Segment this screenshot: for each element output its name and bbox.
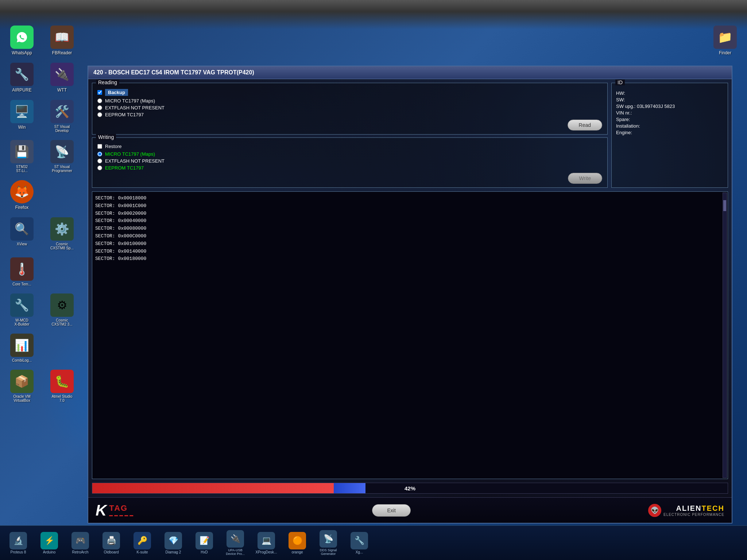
- taskbar-item-upausb[interactable]: 🔌 UPA-USBDevice Pro...: [221, 530, 250, 556]
- desktop-icon-cosmic[interactable]: ⚙️ CosmicCXSTM8 Sp...: [44, 217, 80, 250]
- reading-radio-1[interactable]: [97, 98, 102, 103]
- retroarch-label: RetroArch: [72, 550, 88, 554]
- backup-checkbox[interactable]: [97, 90, 102, 95]
- window-footer: K TAG ▬▬▬▬▬ Exit 👽: [88, 497, 732, 523]
- atmel-label: Atmel Studio7.0: [52, 394, 73, 402]
- taskbar-item-xprogdesk[interactable]: 💻 XProgDesk...: [252, 532, 281, 554]
- writing-option-2-label: EXTFLASH NOT PRESENT: [105, 158, 165, 164]
- desktop-icon-stvisual-prog[interactable]: 📡 ST VisualProgrammer: [44, 140, 80, 173]
- xview-icon: 🔍: [10, 217, 34, 241]
- orange-label: orange: [291, 550, 303, 554]
- reading-option-3[interactable]: EEPROM TC1797: [97, 112, 602, 117]
- log-scrollbar-thumb[interactable]: [723, 200, 726, 211]
- taskbar-item-diamag[interactable]: 💎 Diamag 2: [159, 532, 188, 554]
- taskbar-item-orange[interactable]: 🟠 orange: [283, 532, 312, 554]
- upausb-icon: 🔌: [227, 530, 244, 548]
- hxd-label: HxD: [201, 550, 208, 554]
- taskbar-item-hxd[interactable]: 📝 HxD: [190, 532, 219, 554]
- reading-radio-3[interactable]: [97, 112, 102, 117]
- read-button[interactable]: Read: [568, 120, 602, 131]
- taskbar-item-dds[interactable]: 📡 DDS SignalGenerator: [314, 530, 343, 556]
- dds-label: DDS SignalGenerator: [320, 548, 337, 556]
- reading-option-1[interactable]: MICRO TC1797 (Maps): [97, 98, 602, 104]
- exit-button[interactable]: Exit: [372, 504, 410, 517]
- writing-radio-2[interactable]: [97, 159, 102, 163]
- ktag-tag: TAG: [109, 503, 135, 513]
- reading-radio-2[interactable]: [97, 105, 102, 110]
- writing-option-1-label: MICRO TC1797 (Maps): [105, 151, 155, 157]
- desktop-icon-atmel[interactable]: 🐛 Atmel Studio7.0: [44, 370, 80, 402]
- win-icon: 🖥️: [10, 100, 34, 123]
- taskbar-item-proteus[interactable]: 🔬 Proteus 8: [4, 532, 33, 554]
- writing-option-3[interactable]: EEPROM TC1797: [97, 165, 602, 171]
- desktop-icon-stm32[interactable]: 💾 STM32ST-Li...: [4, 140, 40, 173]
- cosmic2-label: CosmicCXSTM2 3...: [51, 318, 72, 326]
- log-line-2: SECTOR: 0x0001C000: [95, 202, 725, 210]
- window-body: Reading Backup MICRO TC1797 (Maps): [88, 79, 732, 497]
- taskbar-item-xg[interactable]: 🔧 Xg...: [345, 532, 374, 554]
- id-content: HW: SW: SW upg.: 03L997403J 5823: [616, 90, 723, 135]
- write-button[interactable]: Write: [568, 173, 602, 184]
- desktop-icon-coretemp[interactable]: 🌡️ Core Tem...: [4, 257, 40, 286]
- desktop-icon-virtualbox[interactable]: 📦 Oracle VMVirtualBox: [4, 370, 40, 402]
- reading-option-3-label: EEPROM TC1797: [105, 112, 144, 117]
- wmcd-label: W-MCDX-Builder: [14, 318, 29, 326]
- oldboard-icon: 🖨️: [102, 532, 120, 549]
- dds-icon: 📡: [320, 530, 337, 548]
- ktag-logo-area: K TAG ▬▬▬▬▬: [96, 502, 135, 519]
- restore-label: Restore: [105, 144, 122, 149]
- xprogdesk-icon: 💻: [258, 532, 275, 549]
- cosmic-icon: ⚙️: [50, 217, 74, 241]
- desktop-icon-wmcd[interactable]: 🔧 W-MCDX-Builder: [4, 293, 40, 326]
- id-sw-label: SW:: [616, 97, 625, 102]
- xg-label: Xg...: [356, 550, 363, 554]
- proteus-icon: 🔬: [9, 532, 27, 549]
- stm32-label: STM32ST-Li...: [16, 165, 28, 173]
- restore-checkbox[interactable]: [97, 144, 102, 149]
- writing-radio-3[interactable]: [97, 166, 102, 170]
- xview-label: XView: [17, 242, 27, 246]
- desktop-icon-stvisual-dev[interactable]: 🛠️ ST VisualDevelop: [44, 100, 80, 133]
- desktop-icon-airpure[interactable]: 🔧 AIRPURE: [4, 63, 40, 93]
- desktop-icon-cosmic2[interactable]: ⚙ CosmicCXSTM2 3...: [44, 293, 80, 326]
- desktop-icon-combilog[interactable]: 📊 CombiLog...: [4, 334, 40, 362]
- log-area[interactable]: SECTOR: 0x00018000 SECTOR: 0x0001C000 SE…: [92, 191, 728, 479]
- taskbar-item-ksuite[interactable]: 🔑 K-suite: [128, 532, 157, 554]
- writing-option-1[interactable]: MICRO TC1797 (Maps): [97, 151, 602, 157]
- arduino-icon: ⚡: [40, 532, 58, 549]
- taskbar-item-arduino[interactable]: ⚡ Arduino: [35, 532, 64, 554]
- whatsapp-label: WhatsApp: [12, 50, 32, 55]
- top-panels: Reading Backup MICRO TC1797 (Maps): [92, 83, 728, 188]
- id-vin-label: VIN nr.:: [616, 110, 632, 116]
- desktop-icon-win[interactable]: 🖥️ Win: [4, 100, 40, 133]
- desktop-icon-xview[interactable]: 🔍 XView: [4, 217, 40, 250]
- reading-option-2[interactable]: EXTFLASH NOT PRESENT: [97, 105, 602, 110]
- id-hw-label: HW:: [616, 90, 625, 96]
- firefox-label: Firefox: [15, 205, 29, 210]
- id-sw-row: SW:: [616, 97, 723, 102]
- taskbar-item-retroarch[interactable]: 🎮 RetroArch: [66, 532, 95, 554]
- id-hw-row: HW:: [616, 90, 723, 96]
- desktop-icon-fbreader[interactable]: 📖 FBReader: [44, 26, 80, 55]
- win-label: Win: [18, 125, 26, 130]
- desktop-icon-whatsapp[interactable]: WhatsApp: [4, 26, 40, 55]
- reading-panel-title: Reading: [96, 79, 119, 85]
- alientech-alien-text: ALIEN: [676, 504, 702, 512]
- stvisual-prog-label: ST VisualProgrammer: [52, 165, 72, 173]
- restore-checkbox-row[interactable]: Restore: [97, 144, 602, 149]
- writing-option-2[interactable]: EXTFLASH NOT PRESENT: [97, 158, 602, 164]
- writing-radio-1[interactable]: [97, 152, 102, 156]
- desktop-icon-finder[interactable]: 📁 Finder: [707, 26, 743, 55]
- desktop-icon-firefox[interactable]: 🦊 Firefox: [4, 180, 40, 210]
- id-installation-row: Installation:: [616, 123, 723, 129]
- id-swupg-row: SW upg.: 03L997403J 5823: [616, 104, 723, 109]
- diamag-icon: 💎: [165, 532, 182, 549]
- taskbar-item-oldboard[interactable]: 🖨️ Oldboard: [97, 532, 126, 554]
- reading-panel-content: Backup MICRO TC1797 (Maps) EXTFLASH NOT …: [97, 89, 602, 131]
- alientech-sub: ELECTRONIC PERFORMANCE: [663, 513, 724, 517]
- icon-row-3: 🖥️ Win 🛠️ ST VisualDevelop: [4, 100, 84, 133]
- desktop-icon-wtt[interactable]: 🔌 WTT: [44, 63, 80, 93]
- log-scrollbar[interactable]: [723, 192, 727, 478]
- id-swupg-label: SW upg.:: [616, 104, 635, 109]
- backup-checkbox-row[interactable]: Backup: [97, 89, 602, 96]
